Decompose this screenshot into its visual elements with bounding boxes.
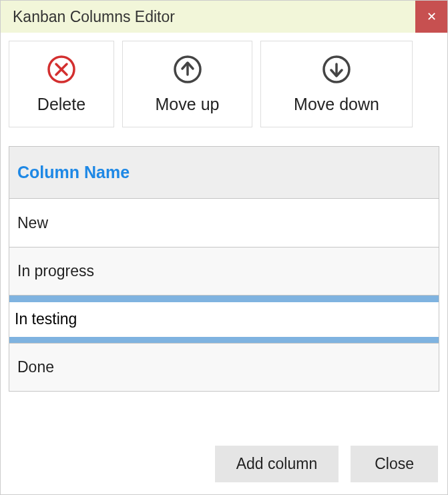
delete-label: Delete [37, 95, 85, 114]
table-header[interactable]: Column Name [9, 147, 439, 199]
column-name-input[interactable] [9, 302, 439, 337]
table-row[interactable]: In progress [9, 247, 439, 295]
close-button[interactable]: Close [351, 446, 438, 482]
footer: Add column Close [1, 435, 447, 494]
table-row[interactable]: New [9, 199, 439, 247]
columns-table: Column Name New In progress Done [9, 146, 439, 392]
cell-value: Done [17, 358, 54, 376]
move-down-label: Move down [294, 95, 379, 114]
table-row-editing[interactable] [9, 295, 439, 343]
titlebar: Kanban Columns Editor ✕ [1, 1, 447, 33]
move-up-button[interactable]: Move up [122, 41, 252, 127]
content-area: Delete Move up Move down Column Name New… [1, 33, 447, 435]
window-title: Kanban Columns Editor [13, 8, 175, 26]
move-down-button[interactable]: Move down [260, 41, 413, 127]
window-close-button[interactable]: ✕ [415, 1, 447, 33]
table-row[interactable]: Done [9, 343, 439, 391]
add-column-button[interactable]: Add column [215, 446, 339, 482]
delete-button[interactable]: Delete [9, 41, 114, 127]
move-up-label: Move up [156, 95, 220, 114]
cell-value: New [17, 214, 48, 232]
cell-value: In progress [17, 262, 94, 280]
arrow-down-icon [322, 55, 351, 84]
arrow-up-icon [173, 55, 202, 84]
toolbar: Delete Move up Move down [9, 41, 439, 127]
delete-icon [47, 55, 76, 84]
close-icon: ✕ [427, 9, 437, 24]
